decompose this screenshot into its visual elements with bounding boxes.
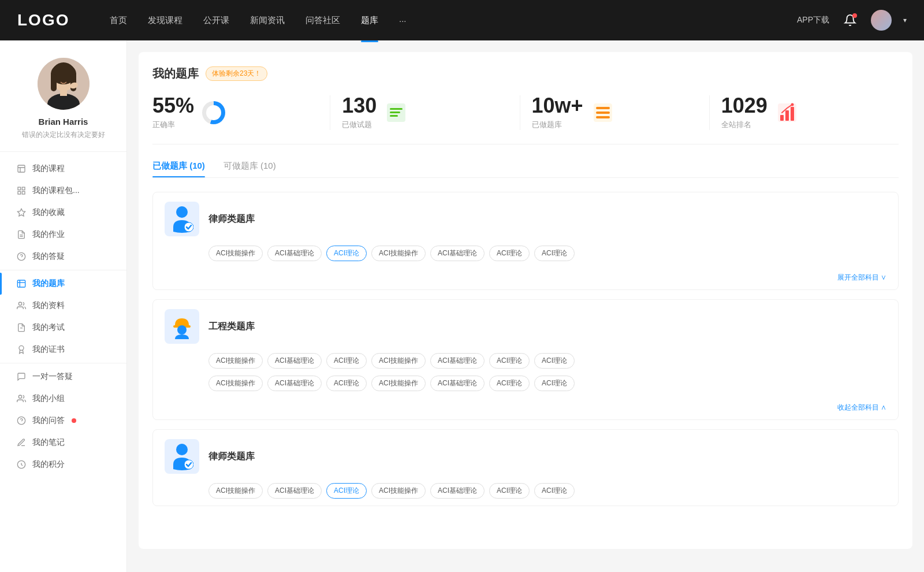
sidebar-item-questionbank[interactable]: 我的题库 xyxy=(0,273,126,295)
bank-tag[interactable]: ACI技能操作 xyxy=(371,376,426,391)
nav-link-discover[interactable]: 发现课程 xyxy=(148,13,182,28)
sidebar-item-groups[interactable]: 我的小组 xyxy=(0,388,126,410)
sidebar-label-oneonone: 一对一答疑 xyxy=(32,372,73,382)
sidebar-item-profile-info[interactable]: 我的资料 xyxy=(0,295,126,317)
svg-point-22 xyxy=(18,302,21,305)
bank-footer-lawyer-1: 展开全部科目 ∨ xyxy=(153,268,898,289)
user-avatar[interactable] xyxy=(871,10,892,31)
svg-rect-7 xyxy=(60,89,67,96)
stat-text-rank: 1029 全站排名 xyxy=(721,95,767,130)
bank-tag[interactable]: ACI技能操作 xyxy=(371,353,426,369)
bank-tags-engineer-row1: ACI技能操作 ACI基础理论 ACI理论 ACI技能操作 ACI基础理论 AC… xyxy=(153,353,898,376)
stat-text-correctrate: 55% 正确率 xyxy=(152,95,194,130)
sidebar-item-packages[interactable]: 我的课程包... xyxy=(0,180,126,202)
bank-tag[interactable]: ACI理论 xyxy=(489,483,530,499)
sidebar-item-exams[interactable]: 我的考试 xyxy=(0,317,126,339)
nav-link-more[interactable]: ··· xyxy=(399,13,407,28)
bank-tag[interactable]: ACI基础理论 xyxy=(430,353,485,369)
nav-link-opencourse[interactable]: 公开课 xyxy=(203,13,229,28)
nav-logo[interactable]: LOGO xyxy=(17,11,75,29)
nav-links: 首页 发现课程 公开课 新闻资讯 问答社区 题库 ··· xyxy=(110,13,797,28)
bank-tag[interactable]: ACI技能操作 xyxy=(371,483,426,499)
bank-tag-active[interactable]: ACI理论 xyxy=(326,246,367,261)
svg-rect-10 xyxy=(18,187,21,190)
sidebar-item-points[interactable]: 我的积分 xyxy=(0,454,126,476)
sidebar-label-groups: 我的小组 xyxy=(32,393,65,404)
svg-rect-12 xyxy=(18,191,21,194)
bank-tag[interactable]: ACI理论 xyxy=(534,353,575,369)
stat-text-done: 130 已做试题 xyxy=(342,95,377,130)
bank-tag[interactable]: ACI技能操作 xyxy=(371,246,426,261)
bank-title-lawyer-1: 律师类题库 xyxy=(208,213,255,225)
bank-tag[interactable]: ACI理论 xyxy=(534,246,575,261)
trial-badge: 体验剩余23天！ xyxy=(206,66,267,81)
nav-link-news[interactable]: 新闻资讯 xyxy=(250,13,285,28)
sidebar-menu: 我的课程 我的课程包... 我的收藏 我的作业 xyxy=(0,152,126,481)
bank-tag[interactable]: ACI技能操作 xyxy=(208,246,263,261)
notification-dot xyxy=(852,13,857,18)
nav-link-questionbank[interactable]: 题库 xyxy=(361,13,378,28)
qa-icon xyxy=(16,251,27,262)
svg-rect-32 xyxy=(390,115,398,117)
stat-value-correctrate: 55% xyxy=(152,95,194,116)
svg-rect-9 xyxy=(18,165,25,172)
bank-tag[interactable]: ACI基础理论 xyxy=(430,376,485,391)
packages-icon xyxy=(16,185,27,196)
sidebar-item-homework[interactable]: 我的作业 xyxy=(0,224,126,246)
bank-tag[interactable]: ACI基础理论 xyxy=(430,483,485,499)
sidebar-item-certs[interactable]: 我的证书 xyxy=(0,339,126,361)
bank-tag[interactable]: ACI理论 xyxy=(489,246,530,261)
tab-done-banks[interactable]: 已做题库 (10) xyxy=(152,161,205,177)
sidebar-item-favorites[interactable]: 我的收藏 xyxy=(0,202,126,224)
main-content: 我的题库 体验剩余23天！ 55% 正确率 xyxy=(127,40,924,572)
stat-done-questions: 130 已做试题 xyxy=(330,95,520,130)
svg-rect-35 xyxy=(596,112,610,114)
bank-tag[interactable]: ACI基础理论 xyxy=(267,246,322,261)
bank-tag[interactable]: ACI理论 xyxy=(534,376,575,391)
stat-done-banks: 10w+ 已做题库 xyxy=(520,95,710,130)
user-menu-arrow[interactable]: ▾ xyxy=(903,16,907,24)
bank-tag[interactable]: ACI基础理论 xyxy=(267,483,322,499)
stat-correctrate: 55% 正确率 xyxy=(152,95,330,130)
sidebar-item-oneonone[interactable]: 一对一答疑 xyxy=(0,366,126,388)
bank-tag[interactable]: ACI理论 xyxy=(326,376,367,391)
tab-available-banks[interactable]: 可做题库 (10) xyxy=(223,161,276,177)
expand-link-lawyer-1[interactable]: 展开全部科目 ∨ xyxy=(837,273,886,281)
stat-label-banks: 已做题库 xyxy=(532,120,583,130)
app-download-button[interactable]: APP下载 xyxy=(797,15,829,25)
page-title: 我的题库 xyxy=(152,66,199,81)
stat-label-done: 已做试题 xyxy=(342,120,377,130)
bank-card-header-lawyer-1: 律师类题库 xyxy=(153,192,898,246)
bank-tag[interactable]: ACI技能操作 xyxy=(208,353,263,369)
sidebar-item-courses[interactable]: 我的课程 xyxy=(0,158,126,180)
bank-card-lawyer-1: 律师类题库 ACI技能操作 ACI基础理论 ACI理论 ACI技能操作 ACI基… xyxy=(152,192,899,290)
bank-tag[interactable]: ACI理论 xyxy=(489,376,530,391)
nav-link-qa[interactable]: 问答社区 xyxy=(305,13,340,28)
stat-text-banks: 10w+ 已做题库 xyxy=(532,95,583,130)
sidebar-item-my-questions[interactable]: 我的问答 xyxy=(0,410,126,432)
notes-icon xyxy=(16,437,27,448)
svg-point-45 xyxy=(177,325,187,335)
bank-tag[interactable]: ACI基础理论 xyxy=(267,353,322,369)
nav-link-home[interactable]: 首页 xyxy=(110,13,127,28)
bank-tag[interactable]: ACI基础理论 xyxy=(267,376,322,391)
sidebar-item-qa[interactable]: 我的答疑 xyxy=(0,246,126,268)
sidebar-item-notes[interactable]: 我的笔记 xyxy=(0,432,126,454)
bank-tag[interactable]: ACI理论 xyxy=(489,353,530,369)
svg-rect-39 xyxy=(785,110,789,121)
sidebar-label-packages: 我的课程包... xyxy=(32,185,80,196)
svg-rect-13 xyxy=(22,191,25,194)
bank-tag[interactable]: ACI理论 xyxy=(534,483,575,499)
bank-tag[interactable]: ACI理论 xyxy=(326,353,367,369)
bank-tag[interactable]: ACI技能操作 xyxy=(208,483,263,499)
page-header: 我的题库 体验剩余23天！ xyxy=(152,66,899,81)
sidebar-label-qa: 我的答疑 xyxy=(32,251,65,262)
bank-tag[interactable]: ACI基础理论 xyxy=(430,246,485,261)
svg-rect-19 xyxy=(17,280,25,287)
stat-value-rank: 1029 xyxy=(721,95,767,116)
notification-bell[interactable] xyxy=(841,11,859,29)
collapse-link-engineer[interactable]: 收起全部科目 ∧ xyxy=(837,403,886,411)
bank-tag[interactable]: ACI技能操作 xyxy=(208,376,263,391)
bank-tag-active[interactable]: ACI理论 xyxy=(326,483,367,499)
stat-rank: 1029 全站排名 xyxy=(710,95,899,130)
